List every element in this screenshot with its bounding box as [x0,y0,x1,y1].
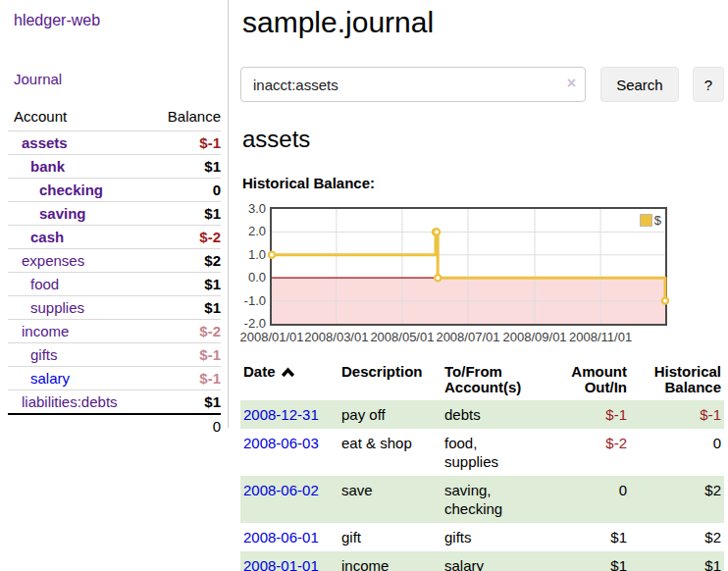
account-link-bank[interactable]: bank [30,158,65,175]
transaction-date-link[interactable]: 2008-01-01 [243,557,319,571]
account-row: bank $1 [8,155,221,179]
register-row: 2008-06-01 gift gifts $1 $2 [240,523,724,551]
transaction-accounts: saving, checking [442,476,535,523]
account-row: expenses $2 [8,249,221,273]
chart-title: Historical Balance: [242,175,724,191]
y-tick-label: 0.0 [240,270,266,286]
main-content: sample.journal × Search ? assets Histori… [240,0,724,571]
transaction-balance: 0 [630,429,724,476]
accounts-table: Account Balance assets $-1 bank $1 check… [8,106,221,438]
transaction-amount: $1 [535,523,630,551]
search-bar: × Search ? [240,67,724,102]
clear-search-icon[interactable]: × [567,75,576,92]
register-row: 2008-12-31 pay off debts $-1 $-1 [240,400,724,429]
register-row: 2008-06-02 save saving, checking 0 $2 [240,476,724,523]
x-tick-label: 2008/11/01 [569,330,632,344]
app-brand-link[interactable]: hledger-web [14,12,228,29]
account-link-assets[interactable]: assets [22,134,68,151]
account-row: supplies $1 [8,296,221,320]
y-tick-label: -1.0 [240,293,266,309]
x-tick-label: 2008/07/01 [436,330,499,344]
account-balance: $1 [115,296,222,320]
account-link-expenses[interactable]: expenses [22,252,84,269]
register-row: 2008-01-01 income salary $1 $1 [240,551,724,571]
accounts-col-account: Account [8,106,115,131]
chart-legend: $ [639,213,662,228]
transaction-description: income [338,551,442,571]
legend-label: $ [654,213,661,228]
account-balance: $1 [115,155,222,179]
account-balance: $-1 [115,367,222,390]
transaction-description: save [338,476,442,523]
register-row: 2008-06-03 eat & shop food, supplies $-2… [240,429,724,476]
account-balance: 0 [115,179,222,202]
y-tick-label: 2.0 [240,224,266,239]
account-link-salary[interactable]: salary [30,370,70,387]
account-balance: $1 [115,390,222,415]
account-link-liabilities-debts[interactable]: liabilities:debts [22,393,118,410]
register-col-date[interactable]: Date [240,362,338,400]
transaction-description: eat & shop [338,429,442,476]
account-link-supplies[interactable]: supplies [30,299,84,316]
register-col-amount[interactable]: Amount Out/In [535,362,630,400]
transaction-accounts: salary [442,551,535,571]
account-link-saving[interactable]: saving [39,205,86,222]
transaction-date-link[interactable]: 2008-06-01 [243,529,319,545]
transaction-amount: $1 [535,551,630,571]
transaction-description: pay off [338,400,442,429]
account-row: cash $-2 [8,226,221,249]
transaction-date-link[interactable]: 2008-12-31 [243,406,319,423]
sort-ascending-icon [281,365,295,381]
transaction-accounts: food, supplies [442,429,535,476]
transaction-accounts: debts [442,400,535,429]
account-link-income[interactable]: income [22,323,69,339]
y-tick-label: 1.0 [240,247,266,263]
transaction-balance: $2 [630,476,724,523]
x-tick-label: 2008/09/01 [503,330,567,344]
account-balance: $-2 [115,226,222,249]
historical-balance-chart: 3.02.01.00.0-1.0-2.0 $ 2008/01/012008/03… [240,199,692,348]
register-col-balance[interactable]: Historical Balance [630,362,724,400]
account-balance: $1 [115,202,222,226]
account-row: food $1 [8,273,221,296]
transaction-description: gift [338,523,442,551]
register-table: Date Description To/From Account(s) Amou… [240,362,724,571]
transaction-date-link[interactable]: 2008-06-03 [243,435,319,451]
accounts-total-row: 0 [8,414,221,438]
x-tick-label: 2008/01/01 [239,330,303,344]
account-link-gifts[interactable]: gifts [30,346,58,363]
x-tick-label: 2008/03/01 [304,330,368,344]
account-balance: $2 [115,249,222,273]
transaction-balance: $1 [630,551,724,571]
account-heading: assets [242,126,724,153]
account-link-cash[interactable]: cash [30,229,64,245]
help-button[interactable]: ? [693,67,724,102]
y-tick-label: 3.0 [240,201,266,217]
transaction-balance: $-1 [630,400,724,429]
account-link-checking[interactable]: checking [39,182,103,198]
x-tick-label: 2008/05/01 [370,330,434,344]
account-row: liabilities:debts $1 [8,390,221,415]
accounts-col-balance: Balance [115,106,222,131]
account-balance: $-2 [115,320,222,343]
search-input[interactable] [240,67,586,102]
account-balance: $-1 [115,343,222,367]
accounts-total-balance: 0 [115,414,222,438]
chart-plot-area[interactable]: $ [270,207,667,326]
account-row: gifts $-1 [8,343,221,367]
transaction-amount: $-2 [535,429,630,476]
account-row: salary $-1 [8,367,221,390]
search-button[interactable]: Search [600,67,679,102]
account-row: income $-2 [8,320,221,343]
page-title: sample.journal [242,6,724,39]
transaction-accounts: gifts [442,523,535,551]
account-row: saving $1 [8,202,221,226]
register-col-description[interactable]: Description [338,362,442,400]
transaction-amount: 0 [535,476,630,523]
account-row: assets $-1 [8,131,221,155]
register-col-accounts[interactable]: To/From Account(s) [442,362,535,400]
transaction-date-link[interactable]: 2008-06-02 [243,482,319,498]
nav-journal-link[interactable]: Journal [14,71,228,87]
sidebar: hledger-web Journal Account Balance asse… [0,0,229,428]
account-link-food[interactable]: food [30,276,59,292]
